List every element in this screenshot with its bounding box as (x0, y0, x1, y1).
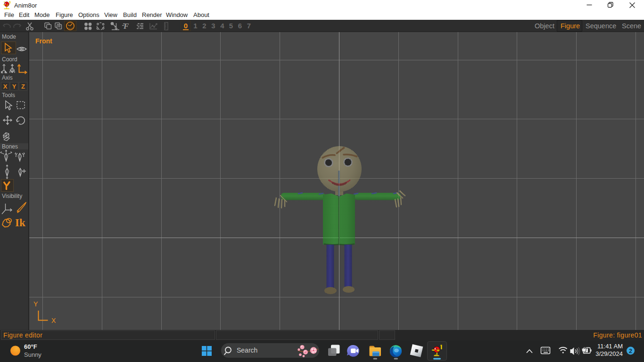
svg-text:Object: Object (535, 22, 554, 30)
svg-text:5: 5 (229, 22, 233, 30)
svg-text:2: 2 (629, 348, 632, 354)
svg-text:11:41 AM: 11:41 AM (597, 343, 623, 350)
svg-text:6: 6 (238, 22, 242, 30)
svg-text:3/29/2024: 3/29/2024 (595, 350, 623, 357)
svg-text:Mode: Mode (2, 33, 16, 40)
svg-text:Y: Y (33, 300, 38, 308)
svg-text:F: F (123, 22, 129, 31)
svg-text:Coord: Coord (2, 56, 17, 63)
svg-text:Scene: Scene (622, 22, 641, 30)
svg-text:3: 3 (211, 22, 215, 30)
svg-text:X: X (3, 83, 8, 90)
svg-text:1: 1 (193, 22, 197, 30)
svg-text:Search: Search (237, 346, 257, 354)
svg-text:4: 4 (220, 22, 224, 30)
svg-text:Ik: Ik (15, 217, 25, 229)
svg-text:Y: Y (12, 83, 17, 90)
svg-text:Front: Front (35, 37, 52, 45)
svg-text:Sequence: Sequence (586, 22, 616, 30)
svg-text:Bones: Bones (2, 143, 18, 150)
svg-text:Z: Z (21, 83, 25, 90)
svg-text:Visibility: Visibility (2, 193, 22, 199)
svg-text:2: 2 (202, 22, 206, 30)
svg-text:0: 0 (184, 22, 188, 30)
svg-text:7: 7 (247, 22, 251, 30)
svg-text:Axis: Axis (2, 74, 13, 81)
svg-text:Figure: Figure (561, 22, 580, 30)
svg-text:Tools: Tools (2, 92, 15, 99)
svg-text:Sunny: Sunny (24, 351, 41, 358)
svg-text:60°F: 60°F (24, 343, 37, 350)
svg-text:X: X (51, 317, 56, 324)
